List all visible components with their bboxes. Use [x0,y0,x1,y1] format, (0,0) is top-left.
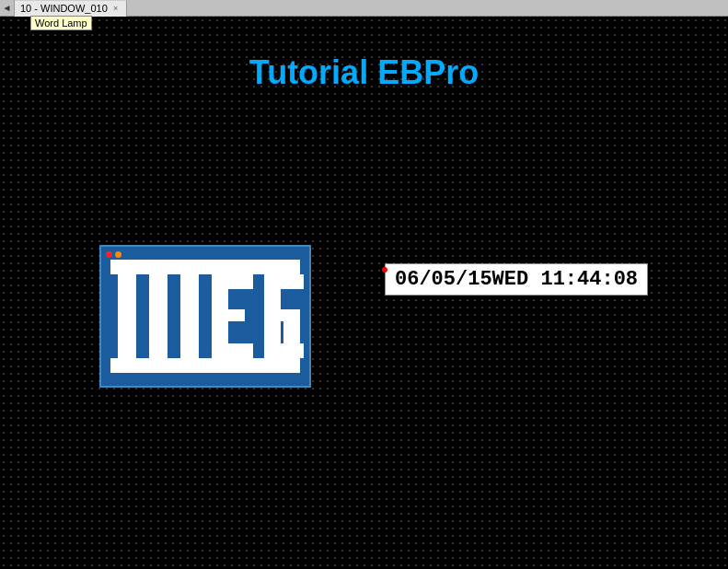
w-col1 [118,274,136,358]
g-top [264,274,304,289]
logo-indicator-dots [106,251,121,258]
tab-label: 10 - WINDOW_010 [20,3,108,14]
datetime-widget: 06/05/15WED 11:44:08 [385,263,648,296]
canvas-area: Tutorial EBPro [0,17,728,569]
datetime-red-indicator [382,267,387,273]
datetime-value: 06/05/15WED 11:44:08 [385,263,648,296]
e-mid [212,309,245,321]
e-top [212,274,253,289]
tooltip-word-lamp: Word Lamp [30,16,92,30]
weg-logo [99,245,311,388]
dot-red [106,251,112,258]
g-mid [277,309,300,321]
tab-scroll-left[interactable]: ◄ [0,0,15,17]
tab-close-button[interactable]: × [111,4,121,13]
tab-window-010[interactable]: 10 - WINDOW_010 × [15,0,127,17]
page-title: Tutorial EBPro [249,53,479,92]
w-col2 [149,274,168,358]
tab-bar: ◄ 10 - WINDOW_010 × [0,0,728,17]
logo-bottom-bar [110,358,300,373]
w-col3 [180,274,199,358]
e-bot [212,343,253,358]
logo-top-bar [110,260,300,274]
dot-orange [115,251,121,258]
